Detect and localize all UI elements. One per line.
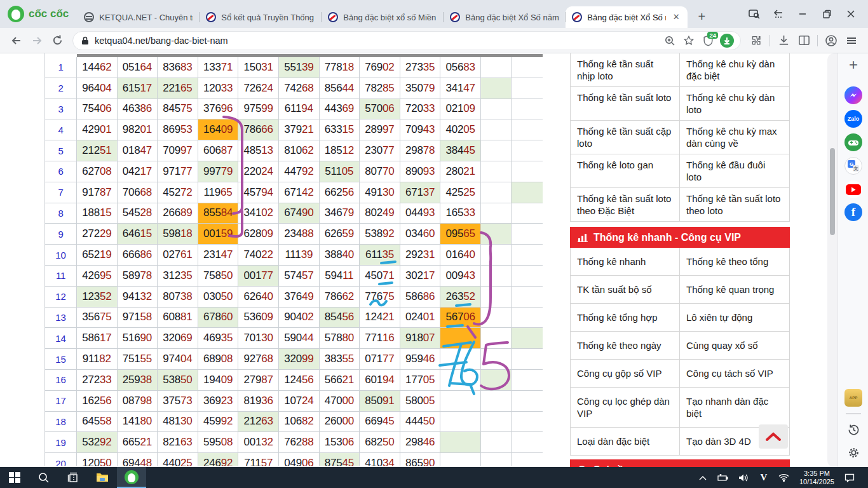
start-button[interactable] xyxy=(0,467,29,488)
games-icon[interactable] xyxy=(844,133,862,151)
lotto-cell: 10682 xyxy=(279,412,320,433)
lotto-cell: 14462 xyxy=(77,57,118,78)
messenger-icon[interactable] xyxy=(844,86,862,104)
minimize-button[interactable] xyxy=(792,4,813,24)
lotto-row: 1591182751559740468908927683209938355071… xyxy=(45,349,543,370)
sidebar-link[interactable]: TK tần suất bộ số xyxy=(571,276,680,304)
sidebar-link[interactable]: Thống kê tần suất loto xyxy=(571,87,680,121)
tab-search-icon[interactable] xyxy=(743,4,765,24)
sidebar-link[interactable]: Công cụ gộp số VIP xyxy=(571,360,680,388)
browser-tab[interactable]: KETQUA.NET - Chuyên tra xyxy=(78,6,200,28)
scroll-to-top-button[interactable] xyxy=(759,424,788,449)
new-tab-button[interactable]: + xyxy=(693,8,710,25)
extensions-puzzle-icon[interactable] xyxy=(746,30,766,51)
taskbar-clock[interactable]: 3:35 PM 10/14/2025 xyxy=(796,470,838,486)
settings-gear-icon[interactable] xyxy=(844,444,862,461)
browser-tab[interactable]: Bảng đặc biệt Xổ Số n✕ xyxy=(566,6,688,28)
lotto-row: 1142695589783123575850001775745759411450… xyxy=(45,266,543,287)
app-shortcut-icon[interactable]: APP xyxy=(844,389,862,407)
maximize-restore-button[interactable] xyxy=(816,4,837,24)
lotto-cell: 44369 xyxy=(320,99,360,120)
sidebar-link[interactable]: Thống kê quan trọng xyxy=(680,276,789,304)
lotto-cell: 12421 xyxy=(360,308,400,329)
bookmark-star-icon[interactable] xyxy=(679,32,698,50)
reload-icon[interactable] xyxy=(47,30,67,51)
lotto-cell: 85584 xyxy=(198,203,239,224)
lotto-row: 1953292665218216359508001327628815306682… xyxy=(45,432,543,453)
taskbar-search-icon[interactable] xyxy=(29,467,58,488)
soicau-header[interactable]: Soi cầu xyxy=(570,459,790,467)
tray-expand-icon[interactable] xyxy=(694,467,712,488)
lotto-cell xyxy=(481,308,512,329)
facebook-icon[interactable]: f xyxy=(844,203,862,221)
sidebar-link[interactable]: Tạo nhanh dàn đặc biệt xyxy=(680,388,789,428)
tab-strip: cốc cốc KETQUA.NET - Chuyên traSổ kết qu… xyxy=(0,0,868,28)
vip-tools-header: Thống kê nhanh - Công cụ VIP xyxy=(570,227,790,248)
zoom-in-icon[interactable] xyxy=(660,32,679,50)
battery-icon[interactable] xyxy=(714,467,732,488)
file-explorer-icon[interactable] xyxy=(88,467,117,488)
menu-icon[interactable] xyxy=(841,30,862,51)
sidebar-link[interactable]: Thống kê đầu đuôi loto xyxy=(680,154,789,188)
volume-icon[interactable] xyxy=(735,467,752,488)
sidebar-link[interactable]: Thống kê theo tổng xyxy=(680,248,789,276)
profile-icon[interactable] xyxy=(821,30,841,51)
lotto-cell: 95946 xyxy=(400,349,441,370)
sidebar-link[interactable]: Loại dàn đặc biệt xyxy=(571,428,680,456)
sidebar-link[interactable]: Thống kê chu kỳ dàn đặc biệt xyxy=(680,53,789,87)
sidebar-link[interactable]: Thống kê chu kỳ dàn loto xyxy=(680,87,789,121)
lotto-cell: 65219 xyxy=(77,245,118,266)
lotto-cell: 46386 xyxy=(118,99,158,120)
rail-add-icon[interactable]: + xyxy=(844,56,862,74)
browser-tab[interactable]: Bảng đặc biệt Xổ Số năm xyxy=(444,6,566,28)
address-bar[interactable]: ketqua04.net/bang-dac-biet-nam 24 xyxy=(72,31,741,50)
lotto-cell xyxy=(512,287,543,308)
sidebar-link[interactable]: Cùng quay xổ số xyxy=(680,332,789,360)
back-icon[interactable] xyxy=(6,30,27,51)
restore-tab-icon[interactable] xyxy=(768,4,789,24)
notifications-icon[interactable] xyxy=(841,467,858,488)
lotto-cell xyxy=(440,328,481,349)
task-view-icon[interactable] xyxy=(58,467,88,488)
downloads-icon[interactable] xyxy=(773,30,794,51)
page-scrollbar[interactable] xyxy=(827,53,837,467)
ketqua-favicon-icon xyxy=(572,12,582,22)
lotto-row: 3754064638684575376969759961194443695700… xyxy=(45,99,543,120)
history-icon[interactable] xyxy=(844,421,862,438)
split-screen-icon[interactable] xyxy=(794,30,814,51)
wifi-icon[interactable] xyxy=(775,467,793,488)
google-translate-icon[interactable]: G文 xyxy=(844,157,862,175)
sidebar-link[interactable]: Công cụ lọc ghép dàn VIP xyxy=(571,388,680,428)
sidebar-link[interactable]: Thống kê loto gan xyxy=(571,154,680,188)
lotto-cell: 26689 xyxy=(158,203,198,224)
sidebar-link[interactable]: Thống kê tần suất nhịp loto xyxy=(571,53,680,87)
v-app-icon[interactable]: V xyxy=(755,467,773,488)
lotto-cell: 42901 xyxy=(77,119,118,140)
sidebar-link[interactable]: Công cụ tách số VIP xyxy=(680,360,789,388)
lotto-cell: 64558 xyxy=(77,412,118,433)
sidebar-link[interactable]: Lô xiên tự động xyxy=(680,304,789,332)
sidebar-link[interactable]: Thống kê tần suất loto theo Đặc Biệt xyxy=(571,188,680,222)
adblock-shield-icon[interactable]: 24 xyxy=(698,32,717,50)
lotto-cell: 86953 xyxy=(158,119,198,140)
zalo-icon[interactable]: Zalo xyxy=(844,110,862,128)
browser-tab[interactable]: Bảng đặc biệt xổ số Miền xyxy=(322,6,444,28)
lotto-row: 1335675971586088167860536099040285456124… xyxy=(45,308,543,329)
sidebar-link[interactable]: Thống kê nhanh xyxy=(571,248,680,276)
lotto-cell: 78662 xyxy=(320,287,360,308)
sidebar-link[interactable]: Thống kê tổng hợp xyxy=(571,304,680,332)
coccoc-download-icon[interactable] xyxy=(717,32,736,50)
lotto-cell: 44792 xyxy=(279,161,320,182)
page-scrollbar-thumb[interactable] xyxy=(830,148,835,235)
taskbar-coccoc-icon[interactable] xyxy=(117,467,146,488)
youtube-icon[interactable] xyxy=(844,180,862,198)
sidebar-link[interactable]: Thống kê tần suất loto theo loto xyxy=(680,188,789,222)
sidebar-link[interactable]: Thống kê chu kỳ max dàn cùng về xyxy=(680,121,789,154)
sidebar-link[interactable]: Thống kê theo ngày xyxy=(571,332,680,360)
browser-tab[interactable]: Sổ kết quả Truyền Thống - xyxy=(200,6,322,28)
close-window-button[interactable] xyxy=(840,4,862,24)
tab-close-icon[interactable]: ✕ xyxy=(671,12,681,22)
sidebar-link[interactable]: Thống kê tần suất cặp loto xyxy=(571,121,680,154)
bar-chart-icon xyxy=(578,233,588,242)
forward-icon[interactable] xyxy=(27,30,47,51)
